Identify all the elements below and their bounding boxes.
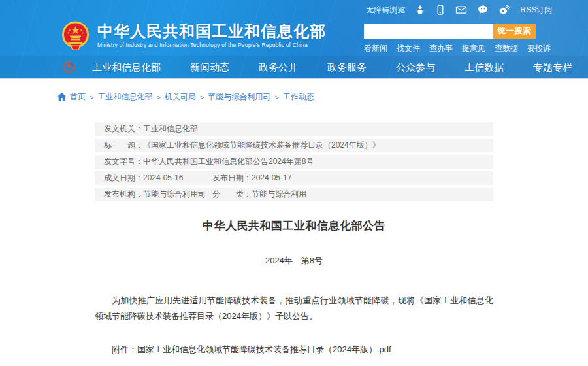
announcement-body: 为加快推广应用先进适用节能降碳技术装备，推动重点行业领域节能降碳，现将《国家工业… (95, 293, 493, 324)
breadcrumb-miit[interactable]: 工业和信息化部 (97, 92, 152, 103)
brand-home-link[interactable]: 中华人民共和国工业和信息化部 Ministry of Industry and … (61, 19, 326, 52)
meta-cell-category: 分 类： 节能与综合利用 (212, 190, 306, 199)
meta-label: 标 题： (104, 141, 143, 150)
site-header: 无障碍浏览 RSS订阅 (0, 0, 588, 79)
nav-item-miit[interactable]: 工业和信息化部 (92, 61, 161, 74)
breadcrumb-work-updates[interactable]: 工作动态 (283, 92, 314, 103)
quick-link-services[interactable]: 查办事 (429, 43, 453, 54)
announcement-title: 中华人民共和国工业和信息化部公告 (95, 218, 493, 233)
rss-link[interactable]: RSS订阅 (520, 5, 552, 16)
meta-row-title: 标 题： 《国家工业和信息化领域节能降碳技术装备推荐目录（2024年版）》 (95, 139, 493, 152)
search-input[interactable] (364, 24, 493, 39)
meta-label: 分 类： (212, 190, 252, 199)
meta-label: 发文字号： (104, 157, 143, 167)
topbar: 无障碍浏览 RSS订阅 (0, 0, 588, 20)
nav-item-industry-data[interactable]: 工信数据 (465, 61, 504, 74)
nav-item-public-participation[interactable]: 公众参与 (396, 61, 435, 74)
quick-link-complaint[interactable]: 要投诉 (527, 43, 551, 54)
meta-value: 节能与综合利用司 (143, 190, 206, 199)
breadcrumb-separator: > (200, 93, 204, 101)
meta-cell: 发文机关： 工业和信息化部 (104, 124, 198, 134)
breadcrumb-separator: > (90, 93, 93, 101)
breadcrumb-departments[interactable]: 机关司局 (165, 92, 196, 103)
meta-row-publisher-category: 发布机构： 节能与综合利用司 分 类： 节能与综合利用 (95, 188, 493, 201)
meta-label: 发布机构： (104, 190, 143, 199)
meta-cell: 标 题： 《国家工业和信息化领域节能降碳技术装备推荐目录（2024年版）》 (104, 141, 380, 150)
quick-link-feedback[interactable]: 提意见 (462, 43, 485, 54)
site-title: 中华人民共和国工业和信息化部 (97, 23, 326, 40)
meta-value: 中华人民共和国工业和信息化部公告2024年第8号 (143, 157, 314, 167)
quick-links: 看新闻 找文件 查办事 提意见 查数据 要投诉 (364, 43, 537, 54)
quick-link-news[interactable]: 看新闻 (364, 43, 387, 54)
meta-value: 2024-05-17 (252, 173, 291, 183)
site-title-en: Ministry of Industry and Information Tec… (97, 42, 326, 48)
search-area: 统一搜索 看新闻 找文件 查办事 提意见 查数据 要投诉 (364, 24, 537, 54)
accessibility-link[interactable]: 无障碍浏览 (366, 5, 405, 16)
mail-icon[interactable] (455, 5, 467, 15)
nav-item-gov-disclosure[interactable]: 政务公开 (259, 61, 298, 74)
search-button[interactable]: 统一搜索 (493, 24, 536, 39)
meta-value: 2024-05-16 (143, 173, 183, 183)
quick-link-files[interactable]: 找文件 (397, 43, 420, 54)
meta-cell-publisher: 发布机构： 节能与综合利用司 (104, 190, 212, 199)
announcement-issue-number: 2024年 第8号 (95, 255, 493, 267)
mobile-icon[interactable] (435, 5, 446, 15)
robot-mascot-icon[interactable] (415, 5, 425, 15)
brand-text: 中华人民共和国工业和信息化部 Ministry of Industry and … (97, 23, 326, 48)
national-emblem-icon (61, 19, 90, 52)
document-meta-table: 发文机关： 工业和信息化部 标 题： 《国家工业和信息化领域节能降碳技术装备推荐… (95, 122, 493, 201)
nav-item-news[interactable]: 新闻动态 (190, 61, 229, 74)
breadcrumb-separator: > (274, 93, 278, 101)
page: 无障碍浏览 RSS订阅 (0, 0, 588, 366)
meta-label: 发文机关： (104, 124, 143, 134)
meta-row-document-number: 发文字号： 中华人民共和国工业和信息化部公告2024年第8号 (95, 155, 493, 169)
wechat-icon[interactable] (477, 5, 489, 15)
nav-item-special-topics[interactable]: 专题专栏 (533, 61, 572, 74)
meta-cell-publish-date: 发布日期： 2024-05-17 (212, 173, 291, 183)
home-icon[interactable] (57, 93, 66, 101)
meta-label: 成文日期： (104, 173, 143, 183)
main-nav: 工业和信息化部 新闻动态 政务公开 政务服务 公众参与 工信数据 专题专栏 (0, 56, 588, 79)
weibo-icon[interactable] (498, 5, 510, 15)
meta-value: 节能与综合利用 (252, 190, 306, 199)
attachment-pdf-link[interactable]: 附件：国家工业和信息化领域节能降碳技术装备推荐目录（2024年版）.pdf (95, 344, 493, 356)
meta-value: 工业和信息化部 (143, 124, 198, 134)
document-content: 发文机关： 工业和信息化部 标 题： 《国家工业和信息化领域节能降碳技术装备推荐… (95, 122, 493, 366)
meta-row-dates: 成文日期： 2024-05-16 发布日期： 2024-05-17 (95, 171, 493, 185)
meta-cell-written-date: 成文日期： 2024-05-16 (104, 173, 212, 183)
breadcrumb-energy-dept[interactable]: 节能与综合利用司 (208, 92, 270, 103)
miit-gear-logo-icon (62, 60, 76, 75)
quick-link-data[interactable]: 查数据 (495, 43, 518, 54)
meta-cell: 发文字号： 中华人民共和国工业和信息化部公告2024年第8号 (104, 157, 314, 167)
meta-label: 发布日期： (212, 173, 252, 183)
nav-item-gov-services[interactable]: 政务服务 (327, 61, 367, 74)
breadcrumb-home[interactable]: 首页 (70, 92, 86, 103)
meta-value: 《国家工业和信息化领域节能降碳技术装备推荐目录（2024年版）》 (143, 141, 380, 150)
breadcrumb-separator: > (156, 93, 160, 101)
meta-row-issuing-authority: 发文机关： 工业和信息化部 (95, 122, 493, 136)
breadcrumb: 首页 > 工业和信息化部 > 机关司局 > 节能与综合利用司 > 工作动态 (0, 79, 588, 103)
